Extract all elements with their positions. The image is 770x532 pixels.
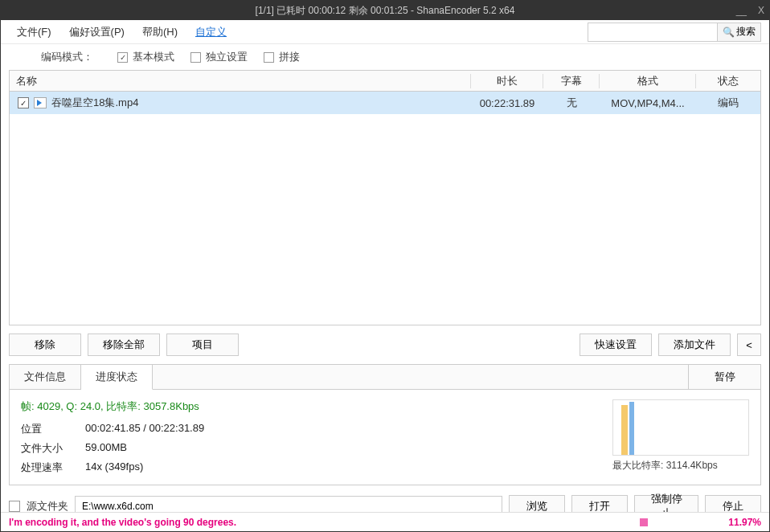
search-icon: 🔍	[723, 27, 735, 38]
menu-custom[interactable]: 自定义	[187, 22, 235, 43]
video-file-icon	[34, 97, 47, 108]
mode-concat[interactable]: 拼接	[264, 50, 300, 64]
mode-independent[interactable]: 独立设置	[190, 50, 248, 64]
search-button[interactable]: 🔍搜索	[717, 23, 760, 41]
col-duration[interactable]: 时长	[471, 74, 543, 88]
file-duration: 00:22:31.89	[471, 97, 543, 109]
col-subtitle[interactable]: 字幕	[543, 74, 600, 88]
info-section: 文件信息 进度状态 暂停 帧: 4029, Q: 24.0, 比特率: 3057…	[9, 364, 761, 485]
max-bitrate: 最大比特率: 3114.4Kbps	[612, 459, 749, 473]
table-row[interactable]: ✓ 吞噬星空18集.mp4 00:22:31.89 无 MOV,MP4,M4..…	[10, 92, 760, 114]
bitrate-graph	[612, 399, 749, 456]
add-file-button[interactable]: 添加文件	[658, 334, 731, 356]
pause-button[interactable]: 暂停	[688, 365, 760, 389]
pos-value: 00:02:41.85 / 00:22:31.89	[85, 422, 604, 436]
mode-bar: 编码模式： ✓基本模式 独立设置 拼接	[1, 44, 769, 70]
menu-preferences[interactable]: 偏好设置(P)	[61, 22, 133, 43]
status-bar: I'm encoding it, and the video's going 9…	[1, 512, 769, 531]
file-subtitle: 无	[543, 96, 600, 110]
info-tabs: 文件信息 进度状态 暂停	[10, 365, 760, 390]
remove-button[interactable]: 移除	[9, 334, 81, 356]
status-message: I'm encoding it, and the video's going 9…	[9, 517, 236, 528]
menu-help[interactable]: 帮助(H)	[134, 22, 186, 43]
remove-all-button[interactable]: 移除全部	[88, 334, 160, 356]
size-label: 文件大小	[21, 441, 85, 456]
speed-label: 处理速率	[21, 460, 85, 475]
menu-file[interactable]: 文件(F)	[9, 22, 59, 43]
progress-indicator	[640, 518, 648, 526]
file-table: 名称 时长 字幕 格式 状态 ✓ 吞噬星空18集.mp4 00:22:31.89…	[9, 70, 761, 325]
col-name[interactable]: 名称	[10, 74, 471, 88]
quick-settings-button[interactable]: 快速设置	[580, 334, 652, 356]
search-input[interactable]	[588, 23, 717, 41]
action-bar: 移除 移除全部 项目 快速设置 添加文件 <	[9, 334, 761, 356]
tab-progress[interactable]: 进度状态	[81, 365, 153, 390]
file-name: 吞噬星空18集.mp4	[51, 96, 138, 110]
source-checkbox[interactable]	[9, 501, 20, 512]
pos-label: 位置	[21, 422, 85, 436]
menubar: 文件(F) 偏好设置(P) 帮助(H) 自定义 🔍搜索	[1, 20, 769, 44]
titlebar: [1/1] 已耗时 00:00:12 剩余 00:01:25 - ShanaEn…	[1, 1, 769, 20]
search-box: 🔍搜索	[588, 23, 761, 42]
window-title: [1/1] 已耗时 00:00:12 剩余 00:01:25 - ShanaEn…	[256, 4, 515, 18]
minimize-icon[interactable]: __	[736, 5, 747, 16]
col-status[interactable]: 状态	[696, 74, 760, 88]
speed-value: 14x (349fps)	[85, 460, 604, 475]
tab-file-info[interactable]: 文件信息	[10, 365, 81, 389]
mode-basic[interactable]: ✓基本模式	[117, 50, 174, 64]
row-checkbox[interactable]: ✓	[18, 97, 29, 108]
progress-percent: 11.97%	[728, 517, 761, 528]
size-value: 59.00MB	[85, 441, 604, 456]
encode-stats: 帧: 4029, Q: 24.0, 比特率: 3057.8Kbps	[21, 399, 604, 414]
file-format: MOV,MP4,M4...	[600, 97, 696, 109]
collapse-button[interactable]: <	[737, 334, 761, 356]
close-icon[interactable]: X	[758, 5, 764, 16]
table-header: 名称 时长 字幕 格式 状态	[10, 71, 760, 92]
col-format[interactable]: 格式	[600, 74, 696, 88]
project-button[interactable]: 项目	[166, 334, 239, 356]
file-status: 编码	[696, 96, 760, 110]
mode-label: 编码模式：	[41, 50, 93, 64]
